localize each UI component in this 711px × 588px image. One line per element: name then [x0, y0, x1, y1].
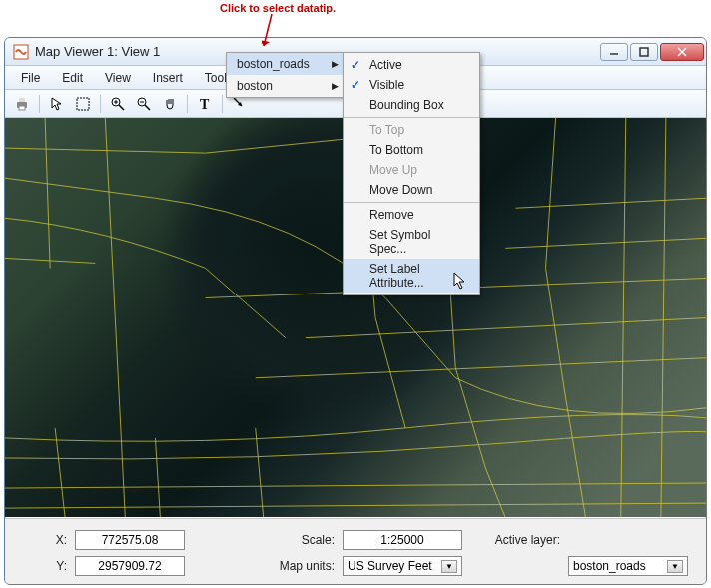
toolbar-separator	[39, 95, 40, 113]
menu-move-down[interactable]: Move Down	[344, 180, 479, 200]
svg-rect-8	[19, 98, 25, 102]
window-controls	[600, 43, 704, 61]
x-value[interactable]: 772575.08	[75, 530, 185, 550]
zoom-out-button[interactable]	[133, 93, 155, 115]
svg-rect-4	[640, 48, 648, 56]
y-value[interactable]: 2957909.72	[75, 556, 185, 576]
mapunits-select[interactable]: US Survey Feet▼	[343, 556, 462, 576]
annotation-arrow	[262, 14, 282, 54]
app-icon	[13, 44, 29, 60]
menu-move-up: Move Up	[344, 160, 479, 180]
layer-context-menu: ✓Active ✓Visible Bounding Box To Top To …	[343, 52, 480, 295]
maximize-button[interactable]	[630, 43, 658, 61]
dropdown-icon: ▼	[667, 560, 683, 573]
scale-value[interactable]: 1:25000	[343, 530, 462, 550]
menu-active[interactable]: ✓Active	[344, 55, 479, 75]
y-label: Y:	[19, 559, 67, 573]
menu-file[interactable]: File	[11, 68, 50, 88]
menu-set-symbol-spec[interactable]: Set Symbol Spec...	[344, 225, 479, 259]
print-button[interactable]	[11, 93, 33, 115]
status-bar: X: 772575.08 Scale: 1:25000 Active layer…	[5, 518, 706, 584]
menu-to-bottom[interactable]: To Bottom	[344, 140, 479, 160]
x-label: X:	[19, 533, 67, 547]
layer-item-boston[interactable]: boston▶	[227, 75, 343, 97]
submenu-arrow-icon: ▶	[332, 59, 339, 69]
dropdown-icon: ▼	[441, 560, 457, 573]
menu-edit[interactable]: Edit	[52, 68, 93, 88]
activelayer-label: Active layer:	[470, 533, 560, 547]
menu-view[interactable]: View	[95, 68, 141, 88]
layer-item-boston-roads[interactable]: boston_roads▶	[227, 53, 343, 75]
check-icon: ✓	[351, 78, 360, 92]
zoom-in-button[interactable]	[107, 93, 129, 115]
menu-to-top: To Top	[344, 120, 479, 140]
menu-insert[interactable]: Insert	[143, 68, 193, 88]
annotation-text: Click to select datatip.	[220, 2, 336, 14]
text-button[interactable]: T	[194, 93, 216, 115]
pointer-button[interactable]	[46, 93, 68, 115]
check-icon: ✓	[351, 58, 360, 72]
layers-submenu: boston_roads▶ boston▶	[226, 52, 344, 98]
toolbar-separator	[100, 95, 101, 113]
mapunits-label: Map units:	[267, 559, 335, 573]
menu-separator	[344, 117, 479, 118]
menu-separator	[344, 202, 479, 203]
close-button[interactable]	[660, 43, 704, 61]
cursor-icon	[453, 272, 469, 292]
select-area-button[interactable]	[72, 93, 94, 115]
scale-label: Scale:	[267, 533, 335, 547]
toolbar-separator	[222, 95, 223, 113]
toolbar-separator	[187, 95, 188, 113]
svg-rect-9	[19, 106, 25, 110]
pan-button[interactable]	[159, 93, 181, 115]
svg-line-12	[119, 105, 124, 110]
svg-line-16	[145, 105, 150, 110]
activelayer-select[interactable]: boston_roads▼	[568, 556, 688, 576]
menu-visible[interactable]: ✓Visible	[344, 75, 479, 95]
submenu-arrow-icon: ▶	[332, 81, 339, 91]
svg-text:T: T	[200, 97, 210, 112]
minimize-button[interactable]	[600, 43, 628, 61]
menu-bounding-box[interactable]: Bounding Box	[344, 95, 479, 115]
svg-rect-10	[77, 98, 89, 110]
menu-remove[interactable]: Remove	[344, 205, 479, 225]
